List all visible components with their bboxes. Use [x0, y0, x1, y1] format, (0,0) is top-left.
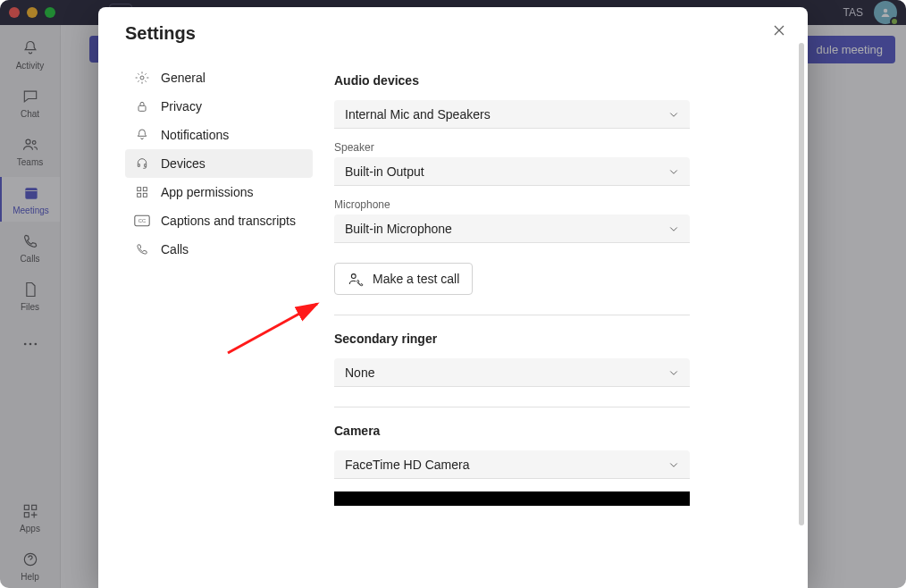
chevron-down-icon	[668, 367, 679, 378]
svg-rect-16	[143, 193, 147, 197]
settings-content: Audio devices Internal Mic and Speakers …	[313, 23, 776, 588]
nav-calls[interactable]: Calls	[125, 235, 313, 264]
speaker-select[interactable]: Built-in Output	[334, 157, 690, 186]
chevron-down-icon	[668, 459, 679, 470]
divider	[334, 315, 690, 315]
svg-text:CC: CC	[138, 218, 146, 223]
svg-rect-12	[138, 105, 146, 111]
svg-rect-15	[138, 193, 141, 197]
section-secondary-ringer: Secondary ringer	[334, 332, 767, 346]
redacted-preview	[334, 491, 690, 506]
modal-title: Settings	[125, 23, 313, 44]
section-audio-devices: Audio devices	[334, 73, 767, 88]
lock-icon	[134, 98, 150, 114]
secondary-ringer-select[interactable]: None	[334, 358, 690, 387]
microphone-select[interactable]: Built-in Microphone	[334, 214, 690, 243]
nav-captions[interactable]: CC Captions and transcripts	[125, 206, 313, 235]
microphone-label: Microphone	[334, 198, 767, 211]
svg-point-19	[351, 274, 356, 279]
audio-device-select[interactable]: Internal Mic and Speakers	[334, 100, 690, 129]
svg-point-11	[140, 76, 144, 80]
camera-select[interactable]: FaceTime HD Camera	[334, 450, 690, 479]
svg-rect-14	[143, 188, 147, 191]
chevron-down-icon	[668, 223, 679, 234]
nav-notifications[interactable]: Notifications	[125, 121, 313, 149]
bell-outline-icon	[134, 127, 150, 143]
scrollbar[interactable]	[799, 43, 804, 525]
gear-icon	[134, 70, 150, 86]
divider	[334, 407, 690, 407]
grid-icon	[134, 184, 150, 200]
nav-general[interactable]: General	[125, 63, 313, 92]
headset-icon	[134, 155, 150, 172]
speaker-label: Speaker	[334, 141, 767, 154]
nav-app-permissions[interactable]: App permissions	[125, 178, 313, 206]
nav-privacy[interactable]: Privacy	[125, 92, 313, 121]
chevron-down-icon	[668, 109, 679, 120]
make-test-call-button[interactable]: Make a test call	[334, 263, 473, 295]
settings-modal: Settings General Privacy Notifications	[98, 7, 808, 588]
cc-icon: CC	[134, 213, 150, 229]
app-window: TAS Activity Chat Teams Meetings	[0, 0, 906, 588]
close-icon	[772, 23, 786, 38]
svg-rect-13	[138, 188, 141, 191]
phone-outline-icon	[134, 241, 150, 257]
section-camera: Camera	[334, 424, 767, 438]
nav-devices[interactable]: Devices	[125, 149, 313, 178]
person-call-icon	[348, 271, 364, 287]
close-button[interactable]	[772, 23, 786, 38]
chevron-down-icon	[668, 166, 679, 177]
